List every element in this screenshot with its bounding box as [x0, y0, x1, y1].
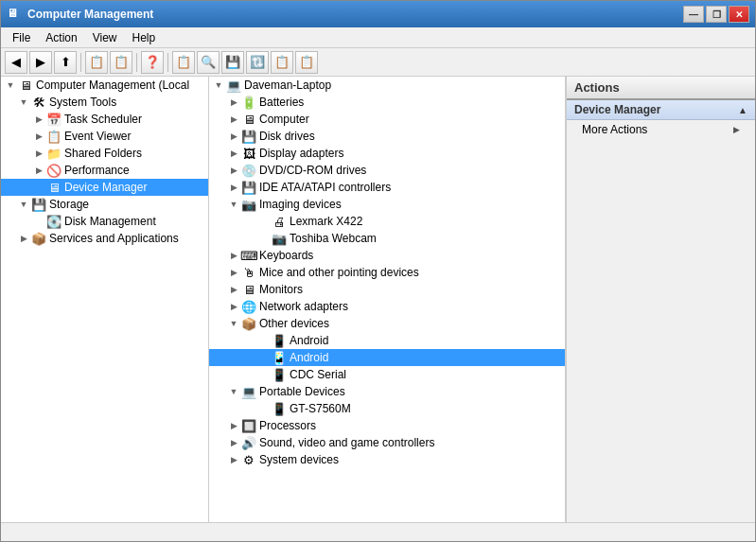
mid-processors[interactable]: 🔲 Processors	[209, 417, 565, 434]
mid-computer[interactable]: 🖥 Computer	[209, 111, 565, 128]
storage-icon: 💾	[31, 197, 46, 212]
toolbar: ◀ ▶ ⬆ 📋 📋 ❓ 📋 🔍 💾 🔃 📋 📋	[1, 48, 755, 77]
mid-monitors[interactable]: 🖥 Monitors	[209, 281, 565, 298]
mid-portable-devices[interactable]: 💻 Portable Devices	[209, 383, 565, 400]
tree-arrow-device-manager	[31, 180, 46, 195]
tb-scan[interactable]: 🔍	[197, 51, 220, 74]
mid-dvd-cd[interactable]: 💿 DVD/CD-ROM drives	[209, 162, 565, 179]
menu-view[interactable]: View	[85, 29, 125, 46]
tree-item-device-manager[interactable]: 🖥 Device Manager	[1, 179, 208, 196]
tree-arrow-computer-mgmt	[3, 78, 18, 93]
tree-arrow-performance	[31, 163, 46, 178]
tree-arrow-system-tools	[16, 95, 31, 110]
tb-extra1[interactable]: 📋	[271, 51, 293, 74]
tree-arrow-task-scheduler	[31, 112, 46, 127]
restore-button[interactable]: ❐	[706, 6, 727, 23]
tree-arrow-disk-mgmt	[31, 214, 46, 229]
mid-ide-atapi[interactable]: 💾 IDE ATA/ATAPI controllers	[209, 179, 565, 196]
main-content: 🖥 Computer Management (Local 🛠 System To…	[1, 77, 755, 522]
action-more-label: More Actions	[582, 123, 647, 136]
tb-extra2[interactable]: 📋	[295, 51, 318, 74]
mid-lexmark[interactable]: 🖨 Lexmark X422	[209, 213, 565, 230]
actions-section-arrow: ▲	[738, 105, 747, 115]
mid-imaging-devices[interactable]: 📷 Imaging devices	[209, 196, 565, 213]
title-bar: 🖥 Computer Management — ❐ ✕	[1, 1, 755, 27]
title-bar-left: 🖥 Computer Management	[7, 7, 153, 22]
tb-map-drive[interactable]: 📋	[110, 51, 132, 74]
actions-title: Actions	[574, 80, 620, 95]
mid-android2[interactable]: 📱 Android	[209, 349, 565, 366]
mid-cdc-serial[interactable]: 📱 CDC Serial	[209, 366, 565, 383]
tb-back[interactable]: ◀	[5, 51, 27, 74]
task-scheduler-icon: 📅	[46, 112, 62, 127]
tree-item-storage[interactable]: 💾 Storage	[1, 196, 208, 213]
action-more-actions[interactable]: More Actions ▶	[567, 120, 755, 139]
mid-gt-s7560m[interactable]: 📱 GT-S7560M	[209, 400, 565, 417]
tree-arrow-shared-folders	[31, 146, 46, 161]
tree-item-event-viewer[interactable]: 📋 Event Viewer	[1, 128, 208, 145]
task-scheduler-label: Task Scheduler	[64, 113, 142, 126]
close-button[interactable]: ✕	[729, 6, 749, 23]
mid-toshiba-webcam[interactable]: 📷 Toshiba Webcam	[209, 230, 565, 247]
storage-label: Storage	[49, 198, 89, 211]
middle-pane: 💻 Daveman-Laptop 🔋 Batteries 🖥 Computer …	[209, 77, 566, 522]
title-controls: — ❐ ✕	[683, 6, 749, 23]
tree-item-shared-folders[interactable]: 📁 Shared Folders	[1, 145, 208, 162]
window-icon: 🖥	[7, 7, 22, 22]
event-viewer-label: Event Viewer	[64, 130, 131, 143]
tree-root[interactable]: 💻 Daveman-Laptop	[209, 77, 565, 94]
tree-item-task-scheduler[interactable]: 📅 Task Scheduler	[1, 111, 208, 128]
tb-help[interactable]: ❓	[141, 51, 164, 74]
menu-action[interactable]: Action	[38, 29, 84, 46]
services-apps-icon: 📦	[31, 231, 46, 246]
action-more-arrow: ▶	[733, 125, 740, 134]
mid-sound-video[interactable]: 🔊 Sound, video and game controllers	[209, 434, 565, 451]
left-pane: 🖥 Computer Management (Local 🛠 System To…	[1, 77, 209, 522]
tb-show-hide[interactable]: 📋	[85, 51, 108, 74]
menu-file[interactable]: File	[5, 29, 38, 46]
tree-arrow-services-apps	[16, 231, 31, 246]
toolbar-separator-3	[167, 53, 168, 72]
main-window: 🖥 Computer Management — ❐ ✕ File Action …	[0, 0, 756, 542]
tb-uninstall[interactable]: 💾	[221, 51, 244, 74]
disk-mgmt-label: Disk Management	[64, 215, 156, 228]
actions-section-device-manager[interactable]: Device Manager ▲	[567, 100, 755, 120]
toolbar-separator-2	[136, 53, 137, 72]
system-tools-icon: 🛠	[31, 95, 46, 110]
menu-help[interactable]: Help	[125, 29, 164, 46]
mid-network[interactable]: 🌐 Network adapters	[209, 298, 565, 315]
mid-mice[interactable]: 🖱 Mice and other pointing devices	[209, 264, 565, 281]
actions-section-label: Device Manager	[574, 103, 660, 116]
mid-batteries[interactable]: 🔋 Batteries	[209, 94, 565, 111]
performance-label: Performance	[64, 164, 130, 177]
event-viewer-icon: 📋	[46, 129, 62, 144]
mid-keyboards[interactable]: ⌨ Keyboards	[209, 247, 565, 264]
actions-header: Actions	[567, 77, 755, 100]
mid-other-devices[interactable]: 📦 Other devices	[209, 315, 565, 332]
tree-item-system-tools[interactable]: 🛠 System Tools	[1, 94, 208, 111]
computer-mgmt-label: Computer Management (Local	[36, 79, 189, 92]
mid-system-devices[interactable]: ⚙ System devices	[209, 451, 565, 468]
performance-icon: 🚫	[46, 163, 62, 178]
tree-item-services-apps[interactable]: 📦 Services and Applications	[1, 230, 208, 247]
root-icon: 💻	[226, 78, 241, 93]
disk-mgmt-icon: 💽	[46, 214, 62, 229]
mid-disk-drives[interactable]: 💾 Disk drives	[209, 128, 565, 145]
device-manager-icon: 🖥	[46, 180, 62, 195]
tree-item-computer-mgmt[interactable]: 🖥 Computer Management (Local	[1, 77, 208, 94]
tree-item-performance[interactable]: 🚫 Performance	[1, 162, 208, 179]
mid-android1[interactable]: 📱 Android	[209, 332, 565, 349]
mid-display-adapters[interactable]: 🖼 Display adapters	[209, 145, 565, 162]
status-bar	[1, 522, 755, 541]
toolbar-separator-1	[80, 53, 81, 72]
tb-refresh[interactable]: 🔃	[246, 51, 269, 74]
tb-forward[interactable]: ▶	[29, 51, 52, 74]
services-apps-label: Services and Applications	[49, 232, 179, 245]
computer-mgmt-icon: 🖥	[18, 78, 33, 93]
minimize-button[interactable]: —	[683, 6, 704, 23]
window-title: Computer Management	[27, 8, 153, 21]
tb-properties[interactable]: 📋	[172, 51, 195, 74]
tb-up[interactable]: ⬆	[54, 51, 77, 74]
tree-item-disk-mgmt[interactable]: 💽 Disk Management	[1, 213, 208, 230]
menu-bar: File Action View Help	[1, 27, 755, 48]
